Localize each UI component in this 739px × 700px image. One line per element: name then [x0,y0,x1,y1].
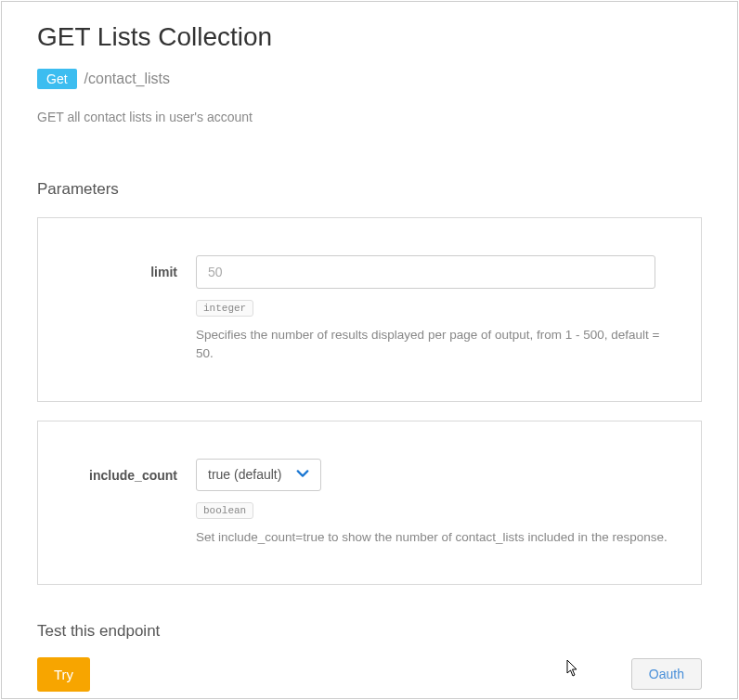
endpoint-description: GET all contact lists in user's account [37,110,702,124]
param-limit-box: limit integer Specifies the number of re… [37,217,702,402]
param-include-count-label: include_count [57,459,196,483]
page-title: GET Lists Collection [37,22,702,52]
param-limit-description: Specifies the number of results displaye… [196,326,673,364]
try-button[interactable]: Try [37,657,90,692]
button-row: Try Oauth [37,657,702,692]
parameters-header: Parameters [37,180,702,199]
param-include-count-select[interactable]: true (default) [196,459,321,491]
http-method-badge: Get [37,69,77,89]
oauth-button[interactable]: Oauth [631,658,702,690]
endpoint-line: Get /contact_lists [37,69,702,89]
param-include-count-description: Set include_count=true to show the numbe… [196,528,673,547]
test-endpoint-header: Test this endpoint [37,622,702,641]
endpoint-path: /contact_lists [84,71,170,87]
chevron-down-icon [296,467,309,483]
param-limit-label: limit [57,255,196,279]
param-limit-type: integer [196,300,253,317]
param-include-count-type: boolean [196,502,253,519]
api-doc-panel: GET Lists Collection Get /contact_lists … [1,1,738,699]
param-include-count-box: include_count true (default) boolean Set… [37,421,702,585]
param-limit-input[interactable] [196,255,655,289]
param-include-count-selected-value: true (default) [208,467,281,482]
